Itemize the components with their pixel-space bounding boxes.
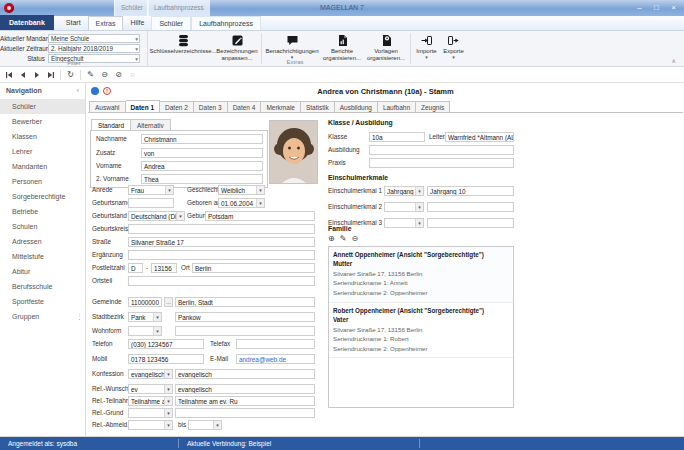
geburtsort-field[interactable]: Potsdam bbox=[205, 211, 315, 221]
einschulmerkmal-2-select[interactable]: ▾ bbox=[384, 202, 424, 212]
cancel-button[interactable]: ⊘ bbox=[114, 70, 123, 79]
sidebar-item-schulen[interactable]: Schulen bbox=[0, 219, 85, 234]
sidebar-item-sorgeberechtigte[interactable]: Sorgeberechtigte bbox=[0, 189, 85, 204]
sidebar-item-betriebe[interactable]: Betriebe bbox=[0, 204, 85, 219]
praxis-field[interactable] bbox=[369, 158, 514, 168]
remove-record-button[interactable]: ⊖ bbox=[100, 70, 109, 79]
rel-wunsch-text-field[interactable]: evangelisch bbox=[175, 384, 315, 394]
einschulmerkmal-3-field[interactable] bbox=[427, 218, 514, 228]
rel-grund-text-field[interactable] bbox=[175, 408, 315, 418]
ort-field[interactable]: Berlin bbox=[192, 263, 315, 273]
einschulmerkmal-3-select[interactable]: ▾ bbox=[384, 218, 424, 228]
sidebar-item-klassen[interactable]: Klassen bbox=[0, 129, 85, 144]
notification-icon bbox=[286, 34, 299, 47]
sidebar-item-bewerber[interactable]: Bewerber bbox=[0, 114, 85, 129]
vorname2-field[interactable]: Thea bbox=[141, 174, 263, 184]
rel-teilnahme-select[interactable]: Teilnahme am (▾ bbox=[128, 396, 173, 406]
sidebar-item-schueler[interactable]: Schüler bbox=[0, 99, 85, 114]
vorlagen-organisieren-button[interactable]: Vorlagen organisieren... bbox=[364, 31, 408, 67]
sidebar-item-adressen[interactable]: Adressen bbox=[0, 234, 85, 249]
telefon-field[interactable]: (030) 1234567 bbox=[128, 339, 204, 349]
sidebar-item-personen[interactable]: Personen bbox=[0, 174, 85, 189]
record-title: Andrea von Christmann (10a) - Stamm bbox=[87, 87, 684, 96]
edit-icon[interactable]: ✎ bbox=[340, 234, 347, 243]
first-record-button[interactable] bbox=[4, 70, 13, 79]
geburtsname-field[interactable] bbox=[128, 198, 174, 208]
plz-code-field[interactable]: 13156 bbox=[151, 263, 177, 273]
konfession-select[interactable]: evangelisch (e▾ bbox=[128, 369, 173, 379]
gemeinde-name-field[interactable]: Berlin, Stadt bbox=[175, 297, 315, 307]
telefax-field[interactable] bbox=[236, 339, 315, 349]
leiter-field[interactable]: Warnfried *Altmann (ALTM) bbox=[445, 132, 514, 142]
ergaenzung-field[interactable] bbox=[128, 250, 315, 260]
wohnform-select[interactable]: ▾ bbox=[128, 326, 162, 336]
geboren-am-select[interactable]: 01.06.2004▾ bbox=[218, 198, 265, 208]
rel-abmeld-bis-select[interactable]: ▾ bbox=[188, 420, 222, 430]
filter-zeitraum-value: 2. Halbjahr 2018/2019 bbox=[51, 45, 113, 52]
anrede-select[interactable]: Frau▾ bbox=[128, 185, 174, 195]
vorname-field[interactable]: Andrea bbox=[141, 161, 263, 171]
tab-datenbank[interactable]: Datenbank bbox=[0, 15, 54, 30]
tab-hilfe[interactable]: Hilfe bbox=[123, 16, 151, 30]
rel-teilnahme-text-field[interactable]: Teilnahme am ev. Ru bbox=[175, 396, 315, 406]
last-record-button[interactable] bbox=[46, 70, 55, 79]
list-item-mutter[interactable]: Annett Oppenheimer (Ansicht "Sorgeberech… bbox=[329, 247, 513, 303]
konfession-text-field[interactable]: evangelisch bbox=[175, 369, 315, 379]
einschulmerkmal-1-select[interactable]: Jahrgang 10 (▾ bbox=[384, 186, 424, 196]
list-item-vater[interactable]: Robert Oppenheimer (Ansicht "Sorgeberech… bbox=[329, 303, 513, 359]
geburtsland-select[interactable]: Deutschland (DE)▾ bbox=[128, 211, 185, 221]
rel-grund-select[interactable]: ▾ bbox=[128, 408, 173, 418]
strasse-field[interactable]: Silvaner Straße 17 bbox=[128, 237, 315, 247]
ortsteil-field[interactable] bbox=[128, 276, 315, 286]
exporte-button[interactable]: Exporte ▾ bbox=[440, 31, 467, 67]
previous-record-button[interactable] bbox=[18, 70, 27, 79]
gemeinde-code-field[interactable]: 11000000 bbox=[128, 297, 162, 307]
tab-laufbahnprozess[interactable]: Laufbahnprozess bbox=[191, 16, 261, 30]
rel-wunsch-code: ev bbox=[131, 386, 138, 393]
klasse-field[interactable]: 10a bbox=[369, 132, 425, 142]
maximize-button[interactable]: □ bbox=[649, 2, 664, 14]
filter-mandant-select[interactable]: Meine Schule▾ bbox=[48, 34, 140, 43]
add-icon[interactable]: ⊕ bbox=[328, 234, 335, 243]
einschulmerkmal-1-field[interactable]: Jahrgang 10 bbox=[427, 186, 514, 196]
sidebar-item-berufsschule[interactable]: Berufsschule bbox=[0, 279, 85, 294]
stadtbezirk-select[interactable]: Pank▾ bbox=[128, 312, 162, 322]
sidebar-item-mandanten[interactable]: Mandanten bbox=[0, 159, 85, 174]
tab-schueler[interactable]: Schüler bbox=[151, 16, 191, 30]
schluesselverzeichnisse-button[interactable]: Schlüsselverzeichnisse... bbox=[151, 31, 215, 67]
email-field[interactable]: andrea@web.de bbox=[236, 354, 315, 364]
export-icon bbox=[447, 34, 460, 47]
filter-zeitraum-select[interactable]: 2. Halbjahr 2018/2019▾ bbox=[48, 44, 140, 53]
sidebar-item-abitur[interactable]: Abitur bbox=[0, 264, 85, 279]
sidebar-item-sportfeste[interactable]: Sportfeste bbox=[0, 294, 85, 309]
collapse-ribbon-icon[interactable]: ∧ bbox=[672, 57, 676, 64]
einschulmerkmal-2-field[interactable] bbox=[427, 202, 514, 212]
rel-abmeld-von-select[interactable]: ▾ bbox=[128, 420, 173, 430]
sidebar-item-gruppen[interactable]: Gruppen ⋮ bbox=[0, 309, 85, 324]
nachname-field[interactable]: Christmann bbox=[141, 134, 263, 144]
plz-country-field[interactable]: D bbox=[128, 263, 143, 273]
zusatz-field[interactable]: von bbox=[141, 148, 263, 158]
browse-button[interactable]: ... bbox=[164, 297, 173, 307]
collapse-sidebar-icon[interactable]: ‹ bbox=[77, 83, 79, 99]
sidebar-item-mittelstufe[interactable]: Mittelstufe bbox=[0, 249, 85, 264]
rel-wunsch-select[interactable]: ev▾ bbox=[128, 384, 173, 394]
mobil-field[interactable]: 0178 123456 bbox=[128, 354, 204, 364]
refresh-button[interactable]: ↻ bbox=[66, 70, 75, 79]
importe-button[interactable]: Importe ▾ bbox=[413, 31, 440, 67]
tab-extras[interactable]: Extras bbox=[88, 16, 124, 30]
wohnform-name-field[interactable] bbox=[175, 326, 315, 336]
geburtskreis-field[interactable] bbox=[128, 224, 315, 234]
close-button[interactable]: × bbox=[666, 2, 681, 14]
remove-icon[interactable]: ⊖ bbox=[351, 234, 358, 243]
stadtbezirk-name-field[interactable]: Pankow bbox=[175, 312, 315, 322]
sidebar-item-lehrer[interactable]: Lehrer bbox=[0, 144, 85, 159]
next-record-button[interactable] bbox=[32, 70, 41, 79]
family-member-serien2: Seriendruckname 2: Oppenheimer bbox=[333, 344, 509, 354]
drag-handle-icon[interactable]: ⋮ bbox=[76, 309, 85, 324]
edit-record-button[interactable]: ✎ bbox=[86, 70, 95, 79]
ausbildung-field[interactable] bbox=[369, 145, 514, 155]
minimize-button[interactable]: – bbox=[632, 2, 647, 14]
geschlecht-select[interactable]: Weiblich▾ bbox=[218, 185, 265, 195]
tab-start[interactable]: Start bbox=[59, 16, 88, 30]
